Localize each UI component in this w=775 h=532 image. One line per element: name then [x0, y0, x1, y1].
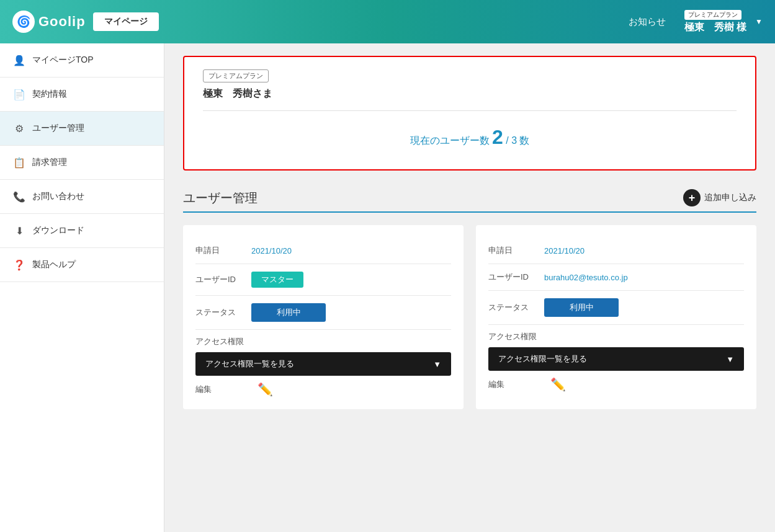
access-section-1: アクセス権限 アクセス権限一覧を見る ▼	[195, 330, 451, 376]
header-user-area[interactable]: プレミアムプラン 極東 秀樹 様 ▼	[684, 10, 763, 34]
sidebar-label-mypage-top: マイページTOP	[32, 55, 94, 66]
edit-icon-1[interactable]: ✏️	[258, 382, 273, 397]
section-underline	[183, 211, 756, 213]
sidebar-item-contract[interactable]: 📄 契約情報	[0, 78, 164, 112]
gear-icon: ⚙	[12, 122, 26, 135]
user-card-2: 申請日 2021/10/20 ユーザーID burahu02@tesuto.co…	[476, 225, 756, 409]
user-card-1: 申請日 2021/10/20 ユーザーID マスター ステータス 利用中 アクセ…	[183, 225, 464, 409]
mypage-badge: マイページ	[93, 12, 159, 31]
current-user-count: 2	[492, 126, 503, 148]
status-badge-1: 利用中	[251, 303, 326, 322]
logo-icon: 🌀	[12, 11, 35, 33]
date-value-2: 2021/10/20	[544, 246, 585, 255]
add-circle-icon: +	[683, 189, 701, 206]
access-label-1: アクセス権限	[195, 336, 451, 347]
user-count-label: 現在のユーザー数	[410, 135, 490, 146]
main-content: プレミアムプラン 極東 秀樹さま 現在のユーザー数 2 / 3 数 ユーザー管理…	[164, 43, 775, 532]
summary-card: プレミアムプラン 極東 秀樹さま 現在のユーザー数 2 / 3 数	[183, 56, 756, 171]
access-section-2: アクセス権限 アクセス権限一覧を見る ▼	[488, 325, 744, 371]
field-row-status-2: ステータス 利用中	[488, 291, 744, 325]
userid-label-2: ユーザーID	[488, 272, 544, 283]
date-label-1: 申請日	[195, 245, 251, 256]
dropdown-arrow-icon-2: ▼	[726, 355, 734, 364]
field-row-date-1: 申請日 2021/10/20	[195, 237, 451, 264]
divider	[203, 110, 737, 111]
access-dropdown-text-1: アクセス権限一覧を見る	[205, 358, 294, 370]
status-label-1: ステータス	[195, 307, 251, 318]
header-right: お知らせ プレミアムプラン 極東 秀樹 様 ▼	[629, 10, 763, 34]
logo: 🌀 Goolip	[12, 11, 86, 33]
sidebar-label-download: ダウンロード	[32, 225, 84, 236]
field-row-userid-2: ユーザーID burahu02@tesuto.co.jp	[488, 264, 744, 291]
date-label-2: 申請日	[488, 245, 544, 256]
section-title: ユーザー管理	[183, 190, 258, 206]
sidebar-item-billing[interactable]: 📋 請求管理	[0, 146, 164, 180]
dropdown-arrow-icon-1: ▼	[433, 360, 441, 369]
edit-section-2: 編集 ✏️	[488, 371, 744, 392]
master-badge: マスター	[251, 272, 303, 288]
access-dropdown-2[interactable]: アクセス権限一覧を見る ▼	[488, 347, 744, 371]
header-dropdown-arrow[interactable]: ▼	[755, 17, 763, 26]
header-username: 極東 秀樹 様	[684, 21, 746, 34]
access-dropdown-1[interactable]: アクセス権限一覧を見る ▼	[195, 352, 451, 376]
edit-label-1: 編集	[195, 384, 251, 395]
sidebar-label-billing: 請求管理	[32, 157, 67, 168]
date-value-1: 2021/10/20	[251, 246, 292, 255]
field-row-status-1: ステータス 利用中	[195, 296, 451, 330]
edit-label-2: 編集	[488, 379, 544, 390]
user-count-row: 現在のユーザー数 2 / 3 数	[203, 121, 737, 154]
max-user-count: 3 数	[511, 135, 529, 146]
access-dropdown-text-2: アクセス権限一覧を見る	[498, 353, 587, 365]
download-icon: ⬇	[12, 224, 26, 237]
status-badge-2: 利用中	[544, 298, 619, 317]
userid-value-2: burahu02@tesuto.co.jp	[544, 273, 628, 282]
sidebar-label-contact: お問い合わせ	[32, 191, 84, 202]
sidebar-item-mypage-top[interactable]: 👤 マイページTOP	[0, 43, 164, 78]
user-cards: 申請日 2021/10/20 ユーザーID マスター ステータス 利用中 アクセ…	[183, 225, 756, 409]
person-icon: 👤	[12, 53, 26, 67]
header-notice[interactable]: お知らせ	[629, 16, 666, 28]
phone-icon: 📞	[12, 190, 26, 203]
field-row-date-2: 申請日 2021/10/20	[488, 237, 744, 264]
access-label-2: アクセス権限	[488, 331, 744, 342]
edit-section-1: 編集 ✏️	[195, 376, 451, 397]
add-button-label: 追加申し込み	[704, 192, 756, 203]
field-row-userid-1: ユーザーID マスター	[195, 264, 451, 296]
sidebar-item-download[interactable]: ⬇ ダウンロード	[0, 214, 164, 248]
plan-badge: プレミアムプラン	[203, 69, 269, 82]
document-icon: 📄	[12, 87, 26, 101]
header: 🌀 Goolip マイページ お知らせ プレミアムプラン 極東 秀樹 様 ▼	[0, 0, 775, 43]
section-header: ユーザー管理 + 追加申し込み	[183, 189, 756, 206]
userid-label-1: ユーザーID	[195, 274, 251, 285]
sidebar-item-help[interactable]: ❓ 製品ヘルプ	[0, 248, 164, 282]
header-plan-badge: プレミアムプラン	[684, 10, 741, 20]
sidebar-label-help: 製品ヘルプ	[32, 259, 76, 270]
sidebar-item-contact[interactable]: 📞 お問い合わせ	[0, 180, 164, 214]
status-label-2: ステータス	[488, 302, 544, 313]
layout: 👤 マイページTOP 📄 契約情報 ⚙ ユーザー管理 📋 請求管理 📞 お問い合…	[0, 43, 775, 532]
edit-icon-2[interactable]: ✏️	[550, 377, 566, 392]
sidebar-item-user-mgmt[interactable]: ⚙ ユーザー管理	[0, 112, 164, 146]
sidebar-label-user-mgmt: ユーザー管理	[32, 123, 84, 134]
sidebar: 👤 マイページTOP 📄 契約情報 ⚙ ユーザー管理 📋 請求管理 📞 お問い合…	[0, 43, 164, 532]
help-icon: ❓	[12, 258, 26, 272]
user-greeting: 極東 秀樹さま	[203, 87, 737, 100]
logo-text: Goolip	[38, 14, 86, 30]
billing-icon: 📋	[12, 156, 26, 169]
user-count-separator: /	[506, 135, 508, 146]
header-user: プレミアムプラン 極東 秀樹 様	[684, 10, 746, 34]
sidebar-label-contract: 契約情報	[32, 89, 67, 100]
add-button[interactable]: + 追加申し込み	[683, 189, 756, 206]
header-left: 🌀 Goolip マイページ	[12, 11, 159, 33]
